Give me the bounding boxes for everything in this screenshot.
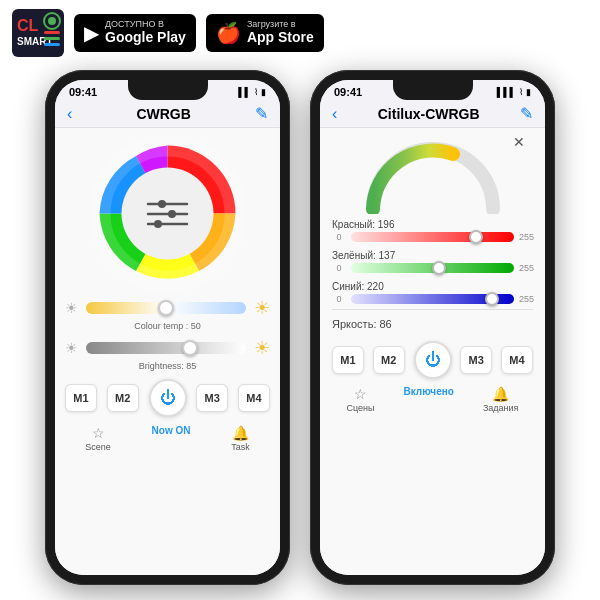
svg-rect-6 [44, 37, 60, 40]
status-time-2: 09:41 [334, 86, 362, 98]
power-button-2[interactable]: ⏻ [414, 341, 452, 379]
battery-icon-2: ▮ [526, 87, 531, 97]
phone2-content: ✕ Красный: 196 0 255 [320, 128, 545, 575]
power-text: Now ON [152, 425, 191, 436]
red-max: 255 [519, 232, 533, 242]
red-track[interactable] [351, 232, 514, 242]
svg-point-4 [48, 17, 56, 25]
phones-container: 09:41 ▌▌ ⌇ ▮ ‹ CWRGB ✎ [0, 65, 600, 590]
blue-track[interactable] [351, 294, 514, 304]
bottom-labels-2: ☆ Сцены Включено 🔔 Задания [332, 386, 533, 417]
google-play-large: Google Play [105, 29, 186, 46]
scene-label-2[interactable]: ☆ Сцены [347, 386, 375, 413]
svg-point-12 [158, 200, 166, 208]
back-button-1[interactable]: ‹ [67, 105, 72, 123]
green-label: Зелёный: 137 [332, 250, 533, 261]
phone-1-screen: 09:41 ▌▌ ⌇ ▮ ‹ CWRGB ✎ [55, 80, 280, 575]
green-thumb[interactable] [432, 261, 446, 275]
phone1-content: ☀ ☀ Colour temp : 50 ☀ [55, 128, 280, 575]
back-button-2[interactable]: ‹ [332, 105, 337, 123]
svg-point-16 [154, 220, 162, 228]
m2-button-1[interactable]: M2 [107, 384, 139, 412]
battery-icon: ▮ [261, 87, 266, 97]
phone-1: 09:41 ▌▌ ⌇ ▮ ‹ CWRGB ✎ [45, 70, 290, 585]
color-temp-track[interactable] [86, 302, 246, 314]
rgb-slider-group: Красный: 196 0 255 Зелёный: 137 [332, 219, 533, 304]
blue-thumb[interactable] [485, 292, 499, 306]
green-slider-row: Зелёный: 137 0 255 [332, 250, 533, 273]
red-thumb[interactable] [469, 230, 483, 244]
power-button-1[interactable]: ⏻ [149, 379, 187, 417]
status-icons-2: ▌▌▌ ⌇ ▮ [497, 87, 531, 97]
scene-label-item[interactable]: ☆ Scene [85, 425, 111, 452]
svg-text:CL: CL [17, 17, 39, 34]
scene-text-2: Сцены [347, 403, 375, 413]
wifi-icon-2: ⌇ [519, 87, 523, 97]
semicircle-gauge [363, 134, 503, 214]
bottom-labels-1: ☆ Scene Now ON 🔔 Task [65, 425, 270, 456]
task-icon-2: 🔔 [492, 386, 509, 402]
blue-max: 255 [519, 294, 533, 304]
google-play-icon: ▶ [84, 21, 99, 45]
brightness-slider-icons: ☀ ☀ [65, 337, 270, 359]
brightness-label: Brightness: 85 [65, 361, 270, 371]
scene-icon: ☆ [92, 425, 105, 441]
red-slider-line: 0 255 [332, 232, 533, 242]
phone-2-screen: 09:41 ▌▌▌ ⌇ ▮ ‹ Citilux-CWRGB ✎ [320, 80, 545, 575]
google-play-badge[interactable]: ▶ ДОСТУПНО В Google Play [74, 14, 196, 52]
apple-icon: 🍎 [216, 21, 241, 45]
m-buttons-row-1: M1 M2 ⏻ M3 M4 [65, 377, 270, 419]
color-wheel[interactable] [90, 136, 245, 291]
page-title-2: Citilux-CWRGB [378, 106, 480, 122]
power-label-2: Включено [404, 386, 454, 413]
m3-button-1[interactable]: M3 [196, 384, 228, 412]
page-title-1: CWRGB [136, 106, 190, 122]
edit-button-2[interactable]: ✎ [520, 104, 533, 123]
app-store-text: Загрузите в App Store [247, 19, 314, 46]
wifi-icon: ⌇ [254, 87, 258, 97]
svg-rect-7 [44, 43, 60, 46]
m2-button-2[interactable]: M2 [373, 346, 405, 374]
svg-point-14 [168, 210, 176, 218]
task-label-item[interactable]: 🔔 Task [231, 425, 250, 452]
edit-button-1[interactable]: ✎ [255, 104, 268, 123]
google-play-text: ДОСТУПНО В Google Play [105, 19, 186, 46]
blue-slider-row: Синий: 220 0 255 [332, 281, 533, 304]
sun-small-icon: ☀ [65, 300, 78, 316]
green-max: 255 [519, 263, 533, 273]
header-bar: CL SMART ▶ ДОСТУПНО В Google Play 🍎 Загр… [0, 0, 600, 65]
m1-button-1[interactable]: M1 [65, 384, 97, 412]
blue-slider-line: 0 255 [332, 294, 533, 304]
brightness-track[interactable] [86, 342, 246, 354]
status-icons-1: ▌▌ ⌇ ▮ [238, 87, 266, 97]
app-store-small: Загрузите в [247, 19, 314, 29]
task-label-2[interactable]: 🔔 Задания [483, 386, 519, 413]
google-play-small: ДОСТУПНО В [105, 19, 186, 29]
notch-1 [128, 80, 208, 100]
m4-button-1[interactable]: M4 [238, 384, 270, 412]
signal-icon: ▌▌ [238, 87, 251, 97]
app-store-badge[interactable]: 🍎 Загрузите в App Store [206, 14, 324, 52]
phone-2: 09:41 ▌▌▌ ⌇ ▮ ‹ Citilux-CWRGB ✎ [310, 70, 555, 585]
cl-logo: CL SMART [12, 9, 64, 57]
red-label: Красный: 196 [332, 219, 533, 230]
color-temp-thumb[interactable] [158, 300, 174, 316]
brightness-low-icon: ☀ [65, 340, 78, 356]
signal-icon-2: ▌▌▌ [497, 87, 516, 97]
nav-bar-2: ‹ Citilux-CWRGB ✎ [320, 100, 545, 128]
status-time-1: 09:41 [69, 86, 97, 98]
blue-min: 0 [332, 294, 346, 304]
green-track[interactable] [351, 263, 514, 273]
gauge-wrapper: ✕ [332, 134, 533, 214]
brightness-thumb[interactable] [182, 340, 198, 356]
m-buttons-row-2: M1 M2 ⏻ M3 M4 [332, 339, 533, 381]
app-store-large: App Store [247, 29, 314, 46]
power-label-item: Now ON [152, 425, 191, 452]
green-slider-line: 0 255 [332, 263, 533, 273]
m3-button-2[interactable]: M3 [460, 346, 492, 374]
close-button-2[interactable]: ✕ [513, 134, 525, 150]
color-temp-label: Colour temp : 50 [65, 321, 270, 331]
m1-button-2[interactable]: M1 [332, 346, 364, 374]
m4-button-2[interactable]: M4 [501, 346, 533, 374]
nav-bar-1: ‹ CWRGB ✎ [55, 100, 280, 128]
